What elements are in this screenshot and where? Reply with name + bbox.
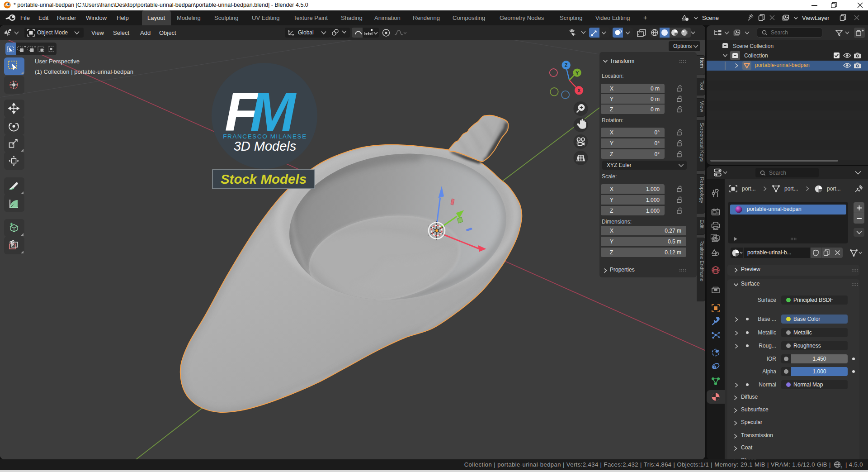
svg-text:Z: Z: [565, 62, 568, 68]
svg-text:X: X: [577, 88, 581, 93]
svg-text:3: 3: [840, 466, 842, 469]
svg-text:Stock Models: Stock Models: [221, 172, 307, 186]
svg-text:Y: Y: [576, 70, 579, 76]
svg-text:3D Models: 3D Models: [234, 139, 297, 153]
